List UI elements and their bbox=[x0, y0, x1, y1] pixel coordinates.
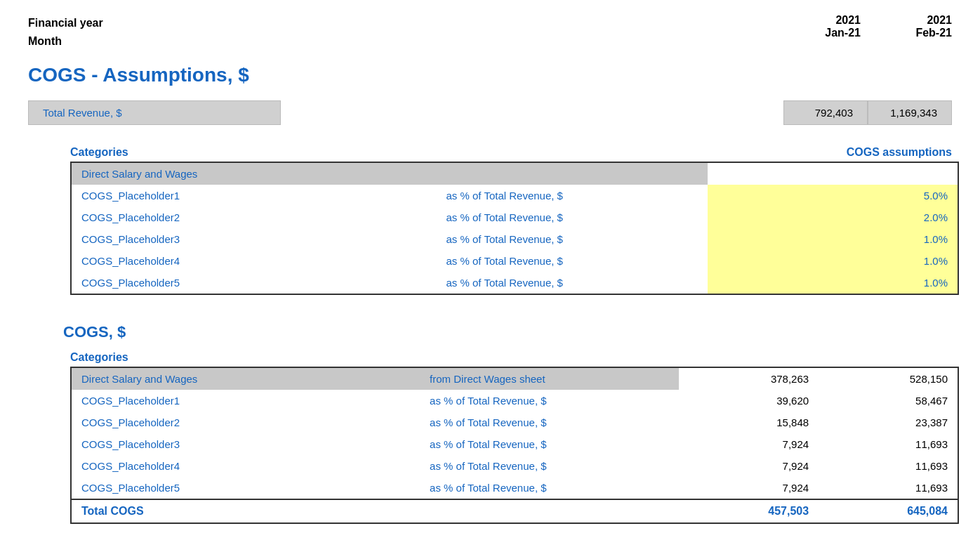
cogs-row-3: COGS_Placeholder3 as % of Total Revenue,… bbox=[71, 433, 958, 455]
page-title: COGS - Assumptions, $ bbox=[28, 64, 952, 86]
header-col1: 2021 Jan-21 bbox=[797, 14, 861, 39]
assumptions-row-desc: as % of Total Revenue, $ bbox=[436, 206, 708, 228]
month-label: Month bbox=[28, 32, 103, 51]
assumptions-section: Categories COGS assumptions Direct Salar… bbox=[63, 146, 952, 295]
cogs-row-label: COGS_Placeholder1 bbox=[71, 390, 420, 412]
cogs-row-label: COGS_Placeholder5 bbox=[71, 477, 420, 499]
assumptions-row-4: COGS_Placeholder4 as % of Total Revenue,… bbox=[71, 250, 958, 272]
cogs-row-5: COGS_Placeholder5 as % of Total Revenue,… bbox=[71, 477, 958, 499]
assumptions-row-0: Direct Salary and Wages bbox=[71, 162, 958, 185]
cogs-row-col2: 23,387 bbox=[819, 412, 958, 433]
assumptions-table: Direct Salary and Wages COGS_Placeholder… bbox=[70, 162, 959, 295]
total-cogs-col1: 457,503 bbox=[679, 499, 819, 523]
financial-year-label: Financial year bbox=[28, 14, 103, 32]
assumptions-row-label: COGS_Placeholder4 bbox=[71, 250, 436, 272]
cogs-row-label: Direct Salary and Wages bbox=[71, 367, 420, 390]
assumptions-row-label: COGS_Placeholder1 bbox=[71, 185, 436, 206]
assumptions-row-desc: as % of Total Revenue, $ bbox=[436, 250, 708, 272]
col2-fy: 2021 bbox=[889, 14, 952, 27]
total-cogs-col2: 645,084 bbox=[819, 499, 958, 523]
total-revenue-row: Total Revenue, $ 792,403 1,169,343 bbox=[28, 100, 952, 125]
assumptions-row-label: COGS_Placeholder2 bbox=[71, 206, 436, 228]
cogs-row-desc: from Direct Wages sheet bbox=[420, 367, 679, 390]
cogs-row-2: COGS_Placeholder2 as % of Total Revenue,… bbox=[71, 412, 958, 433]
total-revenue-values: 792,403 1,169,343 bbox=[783, 100, 952, 125]
assumptions-row-val: 1.0% bbox=[708, 228, 958, 250]
header-labels: Financial year Month bbox=[28, 14, 103, 50]
header-values: 2021 Jan-21 2021 Feb-21 bbox=[797, 14, 952, 39]
col1-fy: 2021 bbox=[797, 14, 861, 27]
cogs-row-col2: 11,693 bbox=[819, 433, 958, 455]
cogs-row-col1: 39,620 bbox=[679, 390, 819, 412]
assumptions-row-desc: as % of Total Revenue, $ bbox=[436, 272, 708, 294]
assumptions-row-2: COGS_Placeholder2 as % of Total Revenue,… bbox=[71, 206, 958, 228]
assumptions-header-label: Direct Salary and Wages bbox=[71, 162, 708, 185]
assumptions-row-1: COGS_Placeholder1 as % of Total Revenue,… bbox=[71, 185, 958, 206]
assumptions-row-label: COGS_Placeholder3 bbox=[71, 228, 436, 250]
cogs-row-col2: 528,150 bbox=[819, 367, 958, 390]
cogs-table: Direct Salary and Wages from Direct Wage… bbox=[70, 367, 959, 524]
cogs-assumptions-label: COGS assumptions bbox=[812, 146, 952, 159]
cogs-section-title: COGS, $ bbox=[63, 323, 952, 341]
cogs-row-col1: 378,263 bbox=[679, 367, 819, 390]
cogs-row-4: COGS_Placeholder4 as % of Total Revenue,… bbox=[71, 455, 958, 477]
total-cogs-label: Total COGS bbox=[71, 499, 420, 523]
cogs-row-desc: as % of Total Revenue, $ bbox=[420, 412, 679, 433]
cogs-row-1: COGS_Placeholder1 as % of Total Revenue,… bbox=[71, 390, 958, 412]
assumptions-row-5: COGS_Placeholder5 as % of Total Revenue,… bbox=[71, 272, 958, 294]
total-revenue-label: Total Revenue, $ bbox=[28, 100, 281, 125]
cogs-row-col2: 58,467 bbox=[819, 390, 958, 412]
cogs-row-desc: as % of Total Revenue, $ bbox=[420, 433, 679, 455]
cogs-row-label: COGS_Placeholder4 bbox=[71, 455, 420, 477]
cogs-row-col1: 7,924 bbox=[679, 477, 819, 499]
assumptions-row-3: COGS_Placeholder3 as % of Total Revenue,… bbox=[71, 228, 958, 250]
cogs-row-col1: 7,924 bbox=[679, 455, 819, 477]
total-cogs-row: Total COGS 457,503 645,084 bbox=[71, 499, 958, 523]
cogs-row-desc: as % of Total Revenue, $ bbox=[420, 455, 679, 477]
cogs-row-col1: 7,924 bbox=[679, 433, 819, 455]
assumptions-row-desc: as % of Total Revenue, $ bbox=[436, 228, 708, 250]
header-col2: 2021 Feb-21 bbox=[889, 14, 952, 39]
assumptions-header-val bbox=[708, 162, 958, 185]
cogs-categories-label: Categories bbox=[63, 351, 309, 364]
assumptions-categories-label: Categories bbox=[63, 146, 309, 159]
cogs-row-col1: 15,848 bbox=[679, 412, 819, 433]
cogs-row-0: Direct Salary and Wages from Direct Wage… bbox=[71, 367, 958, 390]
assumptions-row-label: COGS_Placeholder5 bbox=[71, 272, 436, 294]
col2-month: Feb-21 bbox=[889, 27, 952, 39]
assumptions-row-val: 5.0% bbox=[708, 185, 958, 206]
total-revenue-col2: 1,169,343 bbox=[868, 100, 952, 125]
assumptions-row-desc: as % of Total Revenue, $ bbox=[436, 185, 708, 206]
total-revenue-col1: 792,403 bbox=[783, 100, 868, 125]
cogs-row-label: COGS_Placeholder2 bbox=[71, 412, 420, 433]
assumptions-row-val: 2.0% bbox=[708, 206, 958, 228]
assumptions-row-val: 1.0% bbox=[708, 272, 958, 294]
assumptions-row-val: 1.0% bbox=[708, 250, 958, 272]
page-header: Financial year Month 2021 Jan-21 2021 Fe… bbox=[28, 14, 952, 50]
cogs-row-col2: 11,693 bbox=[819, 477, 958, 499]
cogs-row-label: COGS_Placeholder3 bbox=[71, 433, 420, 455]
col1-month: Jan-21 bbox=[797, 27, 861, 39]
cogs-section: COGS, $ Categories Direct Salary and Wag… bbox=[63, 323, 952, 524]
cogs-row-desc: as % of Total Revenue, $ bbox=[420, 477, 679, 499]
cogs-row-col2: 11,693 bbox=[819, 455, 958, 477]
cogs-row-desc: as % of Total Revenue, $ bbox=[420, 390, 679, 412]
